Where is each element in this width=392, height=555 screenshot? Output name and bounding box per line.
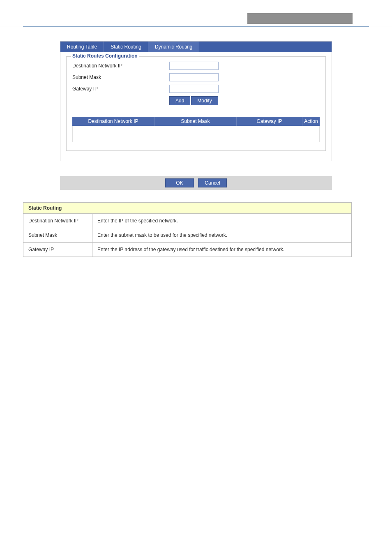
- param-label: Subnet Mask: [23, 228, 92, 243]
- panel-body: Static Routes Configuration Destination …: [60, 52, 332, 161]
- static-routes-fieldset: Static Routes Configuration Destination …: [66, 56, 326, 151]
- col-header-subnet: Subnet Mask: [154, 117, 237, 126]
- col-header-action: Action: [302, 117, 320, 126]
- footer-bar: OK Cancel: [60, 176, 332, 190]
- table-row: Gateway IP Enter the IP address of the g…: [23, 243, 352, 257]
- tab-static-routing[interactable]: Static Routing: [104, 42, 148, 52]
- param-desc: Enter the subnet mask to be used for the…: [92, 228, 352, 243]
- tab-filler: [199, 42, 332, 52]
- table-row: Destination Network IP Enter the IP of t…: [23, 214, 352, 228]
- subnet-input[interactable]: [169, 73, 219, 81]
- param-desc: Enter the IP address of the gateway used…: [92, 243, 352, 257]
- tab-routing-table[interactable]: Routing Table: [60, 42, 104, 52]
- gateway-input[interactable]: [169, 85, 219, 93]
- col-header-gateway: Gateway IP: [237, 117, 302, 126]
- col-header-dest: Destination Network IP: [72, 117, 154, 126]
- tabs-row: Routing Table Static Routing Dynamic Rou…: [60, 42, 332, 52]
- subnet-label: Subnet Mask: [72, 74, 169, 80]
- dest-ip-input[interactable]: [169, 62, 219, 70]
- add-modify-buttons: Add Modify: [169, 96, 320, 105]
- routes-table-body: [72, 126, 320, 142]
- dest-ip-label: Destination Network IP: [72, 63, 169, 69]
- header-divider: [23, 26, 369, 27]
- header-bar: [0, 15, 392, 26]
- modify-button[interactable]: Modify: [191, 96, 218, 105]
- table-row: Subnet Mask Enter the subnet mask to be …: [23, 228, 352, 243]
- param-header-cell: Static Routing: [23, 203, 352, 214]
- header-grey-block: [247, 13, 353, 24]
- param-header-row: Static Routing: [23, 203, 352, 214]
- param-label: Gateway IP: [23, 243, 92, 257]
- param-desc: Enter the IP of the specified network.: [92, 214, 352, 228]
- add-button[interactable]: Add: [169, 96, 190, 105]
- ok-button[interactable]: OK: [165, 178, 194, 187]
- cancel-button[interactable]: Cancel: [198, 178, 227, 187]
- routes-table-header: Destination Network IP Subnet Mask Gatew…: [72, 117, 320, 126]
- row-dest-ip: Destination Network IP: [72, 62, 320, 70]
- parameter-table: Static Routing Destination Network IP En…: [23, 202, 352, 257]
- row-gateway: Gateway IP: [72, 85, 320, 93]
- tab-dynamic-routing[interactable]: Dynamic Routing: [148, 42, 199, 52]
- param-label: Destination Network IP: [23, 214, 92, 228]
- fieldset-legend: Static Routes Configuration: [71, 53, 139, 59]
- gateway-label: Gateway IP: [72, 86, 169, 92]
- row-subnet: Subnet Mask: [72, 73, 320, 81]
- config-panel: Routing Table Static Routing Dynamic Rou…: [60, 41, 332, 161]
